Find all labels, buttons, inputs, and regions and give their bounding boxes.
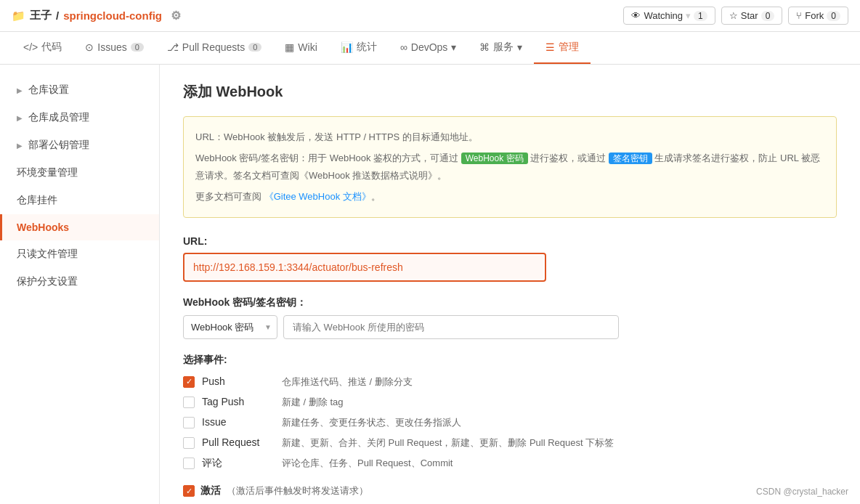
- event-pr-label: Pull Request: [202, 436, 275, 448]
- star-count: 0: [761, 11, 775, 21]
- wiki-icon: ▦: [285, 41, 294, 53]
- sidebar-label-env-var: 环境变量管理: [17, 166, 78, 179]
- service-arrow: ▾: [517, 41, 522, 53]
- event-pr-checkbox[interactable]: [183, 437, 195, 449]
- sidebar-label-deploy-key: 部署公钥管理: [28, 139, 89, 152]
- url-field-wrapper: [183, 253, 546, 282]
- nav-tabs: </> 代码 ⊙ Issues 0 ⎇ Pull Requests 0 ▦ Wi…: [0, 32, 860, 65]
- sidebar-item-repo-plugin[interactable]: 仓库挂件: [0, 187, 159, 214]
- event-comment-checkbox[interactable]: [183, 458, 195, 469]
- repo-actions: 👁 Watching ▾ 1 ☆ Star 0 ⑂ Fork 0: [623, 7, 848, 25]
- repo-name[interactable]: springcloud-config: [63, 9, 162, 22]
- chevron-right-icon2: ▶: [17, 114, 23, 122]
- tag-webhook-pwd: WebHook 密码: [461, 153, 528, 164]
- event-tag-push-label: Tag Push: [202, 396, 275, 407]
- tab-service-label: 服务: [493, 41, 514, 54]
- tab-code-label: 代码: [41, 41, 62, 54]
- sidebar-item-protected-branch[interactable]: 保护分支设置: [0, 268, 159, 296]
- tab-issues-label: Issues: [97, 41, 126, 53]
- event-issue-checkbox[interactable]: [183, 417, 195, 428]
- fork-count: 0: [827, 11, 840, 21]
- event-comment-label: 评论: [202, 457, 275, 470]
- secret-type-select[interactable]: WebHook 密码 签名密钥: [183, 315, 277, 339]
- event-pr-desc: 新建、更新、合并、关闭 Pull Request，新建、更新、删除 Pull R…: [282, 436, 614, 450]
- url-input[interactable]: [186, 256, 543, 279]
- tab-code[interactable]: </> 代码: [12, 32, 73, 64]
- fork-icon: ⑂: [796, 10, 802, 21]
- sidebar-item-readonly-files[interactable]: 只读文件管理: [0, 240, 159, 268]
- event-tag-push-checkbox[interactable]: [183, 397, 195, 408]
- devops-arrow: ▾: [451, 41, 456, 53]
- header: 📁 王子 / springcloud-config ⚙ 👁 Watching ▾…: [0, 0, 860, 32]
- event-tag-push: Tag Push 新建 / 删除 tag: [183, 396, 837, 409]
- tab-manage[interactable]: ☰ 管理: [534, 32, 591, 64]
- devops-icon: ∞: [400, 41, 407, 53]
- manage-icon: ☰: [545, 41, 555, 53]
- tab-wiki[interactable]: ▦ Wiki: [273, 32, 328, 64]
- sidebar: ▶ 仓库设置 ▶ 仓库成员管理 ▶ 部署公钥管理 环境变量管理 仓库挂件 Web…: [0, 65, 160, 504]
- event-pull-request: Pull Request 新建、更新、合并、关闭 Pull Request，新建…: [183, 436, 837, 450]
- info-line3: 更多文档可查阅 《Gitee WebHook 文档》。: [195, 188, 824, 205]
- webhook-secret-group: WebHook 密码/签名密钥： WebHook 密码 签名密钥 ▼: [183, 296, 837, 339]
- tab-wiki-label: Wiki: [298, 41, 317, 53]
- code-icon: </>: [23, 41, 38, 53]
- event-issue-label: Issue: [202, 416, 275, 428]
- tab-service[interactable]: ⌘ 服务 ▾: [468, 32, 534, 64]
- event-tag-push-desc: 新建 / 删除 tag: [282, 396, 344, 409]
- sidebar-label-repo-plugin: 仓库挂件: [17, 194, 57, 207]
- info-box: URL：WebHook 被触发后，发送 HTTP / HTTPS 的目标通知地址…: [183, 116, 837, 218]
- active-row: 激活 （激活后事件触发时将发送请求）: [183, 484, 837, 497]
- tab-stats[interactable]: 📊 统计: [329, 32, 389, 64]
- gitee-webhook-doc-link[interactable]: 《Gitee WebHook 文档》: [264, 191, 371, 202]
- secret-type-select-wrap: WebHook 密码 签名密钥 ▼: [183, 315, 277, 339]
- tab-pull-requests[interactable]: ⎇ Pull Requests 0: [155, 32, 274, 64]
- info-line1: URL：WebHook 被触发后，发送 HTTP / HTTPS 的目标通知地址…: [195, 129, 824, 145]
- active-label: 激活: [200, 484, 221, 497]
- url-label: URL:: [183, 235, 837, 247]
- watch-count: 1: [694, 11, 707, 21]
- star-icon: ☆: [729, 10, 738, 21]
- page-title: 添加 WebHook: [183, 82, 837, 102]
- active-desc: （激活后事件触发时将发送请求）: [227, 484, 368, 497]
- page-layout: ▶ 仓库设置 ▶ 仓库成员管理 ▶ 部署公钥管理 环境变量管理 仓库挂件 Web…: [0, 65, 860, 504]
- username[interactable]: 王子: [30, 9, 52, 23]
- chevron-right-icon3: ▶: [17, 142, 23, 150]
- event-issue-desc: 新建任务、变更任务状态、更改任务指派人: [282, 416, 461, 429]
- sidebar-label-readonly-files: 只读文件管理: [17, 248, 78, 261]
- service-icon: ⌘: [479, 41, 490, 53]
- tab-devops[interactable]: ∞ DevOps ▾: [389, 32, 468, 64]
- event-push-checkbox[interactable]: [183, 376, 195, 388]
- sidebar-item-repo-settings[interactable]: ▶ 仓库设置: [0, 76, 159, 104]
- repo-icon: 📁: [12, 9, 25, 23]
- webhook-password-input[interactable]: [283, 315, 619, 339]
- sidebar-item-webhooks[interactable]: WebHooks: [0, 214, 159, 240]
- active-checkbox[interactable]: [183, 485, 195, 497]
- watch-button[interactable]: 👁 Watching ▾ 1: [623, 7, 715, 25]
- sidebar-item-deploy-key[interactable]: ▶ 部署公钥管理: [0, 131, 159, 159]
- sidebar-item-member-manage[interactable]: ▶ 仓库成员管理: [0, 104, 159, 131]
- fork-button[interactable]: ⑂ Fork 0: [788, 7, 848, 25]
- settings-gear-icon[interactable]: ⚙: [171, 9, 181, 23]
- eye-icon: 👁: [631, 10, 641, 21]
- main-content: 添加 WebHook URL：WebHook 被触发后，发送 HTTP / HT…: [160, 65, 860, 504]
- sidebar-label-protected-branch: 保护分支设置: [17, 275, 78, 288]
- webhook-secret-row: WebHook 密码 签名密钥 ▼: [183, 315, 619, 339]
- fork-label: Fork: [805, 10, 824, 21]
- sidebar-label-webhooks: WebHooks: [17, 221, 69, 233]
- star-button[interactable]: ☆ Star 0: [721, 7, 783, 25]
- events-group: 选择事件: Push 仓库推送代码、推送 / 删除分支 Tag Push 新建 …: [183, 354, 837, 470]
- tab-devops-label: DevOps: [411, 41, 448, 53]
- pr-badge: 0: [248, 43, 261, 52]
- tab-issues[interactable]: ⊙ Issues 0: [73, 32, 155, 64]
- sidebar-label-member-manage: 仓库成员管理: [28, 111, 89, 124]
- chevron-right-icon: ▶: [17, 86, 23, 94]
- url-field-group: URL:: [183, 235, 837, 282]
- stats-icon: 📊: [341, 41, 353, 53]
- event-push-label: Push: [202, 375, 275, 387]
- pr-icon: ⎇: [167, 41, 179, 53]
- sidebar-item-env-var[interactable]: 环境变量管理: [0, 159, 159, 187]
- star-label: Star: [741, 10, 758, 21]
- separator: /: [56, 9, 59, 22]
- watermark: CSDN @crystal_hacker: [756, 487, 848, 497]
- tab-pr-label: Pull Requests: [182, 41, 245, 53]
